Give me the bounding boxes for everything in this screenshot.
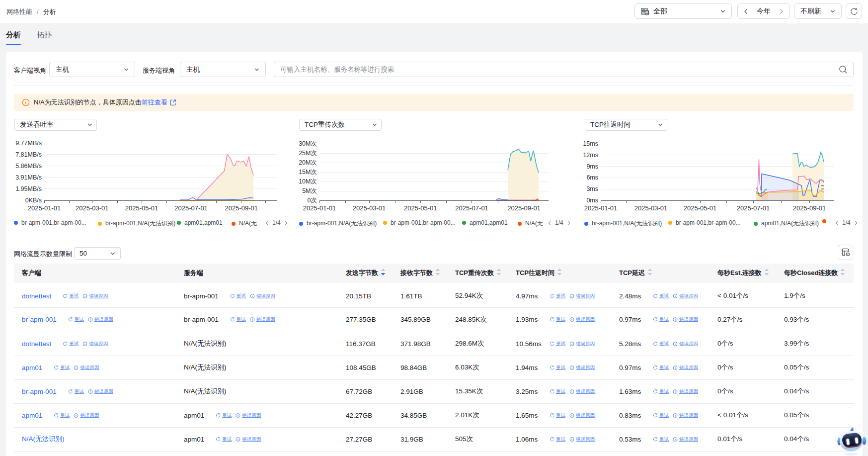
svg-text:0ms: 0ms — [586, 197, 598, 204]
svg-text:3.91MB/s: 3.91MB/s — [15, 174, 42, 181]
svg-text:2025-03-01: 2025-03-01 — [634, 204, 668, 212]
svg-text:2025-09-01: 2025-09-01 — [793, 204, 826, 212]
svg-text:1.95MB/s: 1.95MB/s — [15, 185, 42, 192]
svg-text:2025-01-01: 2025-01-01 — [303, 204, 336, 212]
svg-text:0次: 0次 — [308, 197, 317, 204]
svg-text:0KB/s: 0KB/s — [25, 197, 42, 204]
svg-text:2025-09-01: 2025-09-01 — [225, 204, 258, 212]
svg-text:30M次: 30M次 — [299, 140, 317, 147]
svg-text:2025-07-01: 2025-07-01 — [737, 204, 770, 212]
svg-text:2025-01-01: 2025-01-01 — [28, 204, 61, 212]
svg-text:15M次: 15M次 — [299, 169, 317, 176]
svg-text:7.81MB/s: 7.81MB/s — [15, 151, 42, 158]
svg-text:2025-03-01: 2025-03-01 — [76, 204, 109, 212]
svg-text:2025-05-01: 2025-05-01 — [404, 204, 437, 212]
svg-text:12ms: 12ms — [583, 152, 598, 159]
svg-text:3ms: 3ms — [586, 185, 598, 192]
svg-text:5M次: 5M次 — [302, 187, 317, 194]
svg-text:2025-09-01: 2025-09-01 — [507, 204, 541, 212]
svg-text:6ms: 6ms — [586, 174, 598, 181]
svg-text:2025-01-01: 2025-01-01 — [584, 204, 618, 212]
svg-text:2025-05-01: 2025-05-01 — [684, 204, 717, 212]
svg-text:9ms: 9ms — [586, 163, 598, 170]
svg-text:25M次: 25M次 — [299, 150, 317, 157]
svg-text:20M次: 20M次 — [299, 159, 317, 166]
svg-text:2025-07-01: 2025-07-01 — [174, 204, 208, 212]
svg-text:2025-07-01: 2025-07-01 — [455, 204, 488, 212]
svg-text:5.86MB/s: 5.86MB/s — [15, 163, 42, 170]
svg-text:9.77MB/s: 9.77MB/s — [15, 140, 42, 147]
svg-text:2025-03-01: 2025-03-01 — [353, 204, 386, 212]
svg-text:2025-05-01: 2025-05-01 — [125, 204, 158, 212]
svg-text:15ms: 15ms — [583, 140, 598, 147]
svg-text:10M次: 10M次 — [299, 178, 317, 185]
